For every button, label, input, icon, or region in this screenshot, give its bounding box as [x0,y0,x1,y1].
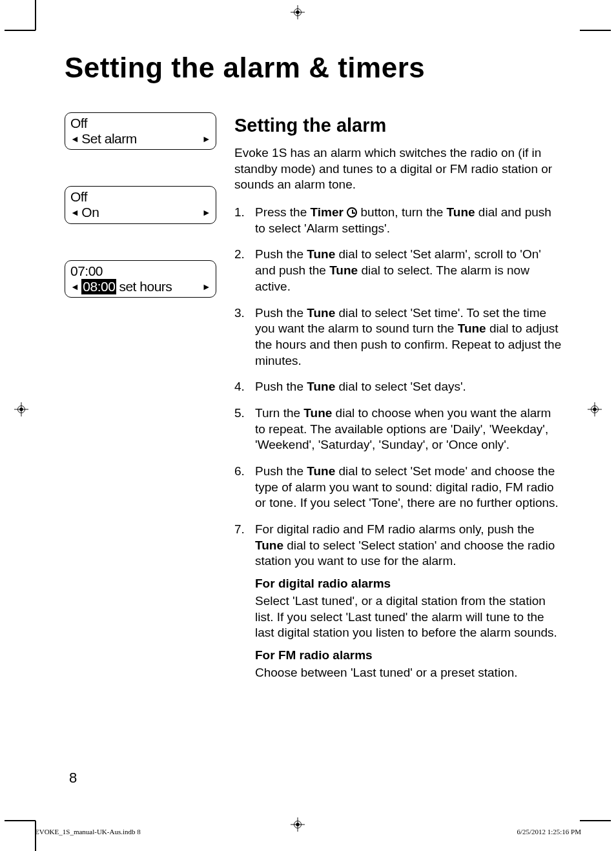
step-item: 1. Press the Timer button, turn the Tune… [234,205,562,236]
section-heading: Setting the alarm [234,115,562,136]
step-item: 4. Push the Tune dial to select 'Set day… [234,379,562,395]
step-item: 2. Push the Tune dial to select 'Set ala… [234,247,562,294]
lcd-box-1: Off ◄Set alarm ► [65,112,216,150]
registration-mark-icon [291,5,305,19]
crop-mark [5,820,36,821]
lcd-line: 07:00 [70,263,210,279]
step-item: 7. For digital radio and FM radio alarms… [234,522,562,681]
lcd-line: Off [70,116,210,131]
sub-section: For digital radio alarms Select 'Last tu… [255,576,562,641]
lcd-box-2: Off ◄On ► [65,186,216,223]
intro-paragraph: Evoke 1S has an alarm which switches the… [234,145,562,193]
crop-mark [580,30,611,31]
step-number: 5. [234,405,255,453]
instructions-column: Setting the alarm Evoke 1S has an alarm … [234,112,562,691]
registration-mark-icon [14,402,28,416]
crop-mark [580,820,611,821]
arrow-right-icon: ► [202,207,210,218]
sub-heading: For digital radio alarms [255,576,562,592]
arrow-left-icon: ◄ [70,207,79,218]
step-item: 3. Push the Tune dial to select 'Set tim… [234,305,562,369]
crop-mark [35,821,36,851]
step-number: 2. [234,247,255,294]
page-number: 8 [69,770,77,786]
lcd-box-3: 07:00 ◄08:00 set hours ► [65,260,216,298]
page-title: Setting the alarm & timers [65,52,562,84]
registration-mark-icon [588,402,602,416]
step-number: 6. [234,464,255,511]
crop-mark [35,0,36,30]
step-item: 6. Push the Tune dial to select 'Set mod… [234,464,562,511]
step-item: 5. Turn the Tune dial to choose when you… [234,405,562,453]
sub-section: For FM radio alarms Choose between 'Last… [255,648,562,681]
lcd-highlight: 08:00 [81,279,116,294]
footer-filename: EVOKE_1S_manual-UK-Aus.indb 8 [35,828,141,836]
lcd-line: Set alarm [81,131,136,147]
sub-heading: For FM radio alarms [255,648,562,664]
lcd-line: set hours [119,279,172,294]
registration-mark-icon [291,817,305,832]
arrow-left-icon: ◄ [70,134,79,144]
steps-list: 1. Press the Timer button, turn the Tune… [234,205,562,681]
step-number: 3. [234,305,255,369]
step-number: 1. [234,205,255,236]
step-number: 4. [234,379,255,395]
clock-icon [347,207,357,218]
lcd-examples-column: Off ◄Set alarm ► Off ◄On ► 07:00 ◄08:00 … [65,112,216,691]
arrow-left-icon: ◄ [70,282,79,292]
crop-mark [5,30,36,31]
arrow-right-icon: ► [202,282,210,292]
footer-timestamp: 6/25/2012 1:25:16 PM [517,828,581,836]
lcd-line: Off [70,189,210,205]
arrow-right-icon: ► [202,134,210,144]
step-number: 7. [234,522,255,681]
lcd-line: On [81,205,99,220]
